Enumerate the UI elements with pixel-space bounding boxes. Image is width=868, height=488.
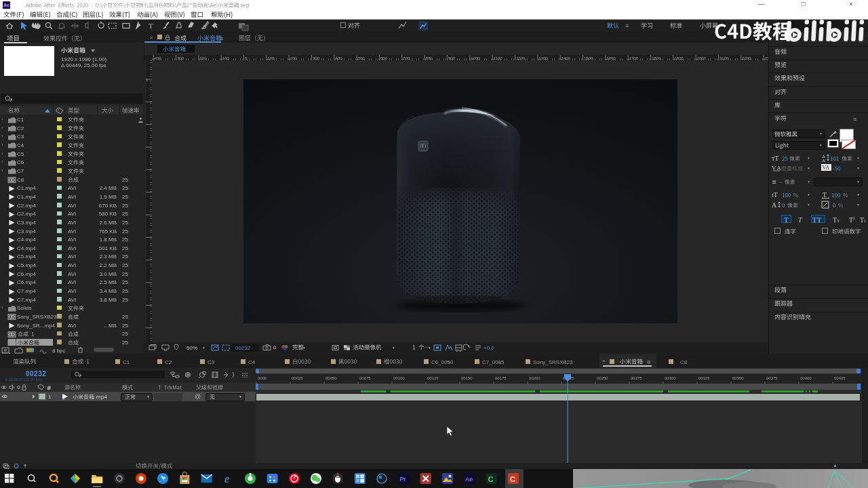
- svg-text:1300: 1300: [538, 56, 548, 60]
- svg-text:200: 200: [199, 56, 207, 60]
- svg-text:2100: 2100: [719, 56, 729, 60]
- svg-text:300: 300: [177, 56, 184, 60]
- svg-text:00250: 00250: [597, 376, 608, 380]
- svg-text:00325: 00325: [698, 376, 710, 380]
- svg-text:00025: 00025: [292, 376, 303, 380]
- svg-text:900: 900: [448, 56, 456, 60]
- svg-text:00350: 00350: [732, 376, 744, 380]
- svg-text:100: 100: [222, 56, 230, 60]
- svg-text:1700: 1700: [629, 56, 639, 60]
- svg-text:1600: 1600: [606, 56, 616, 60]
- svg-text:1000: 1000: [471, 56, 480, 60]
- svg-text:тT: тT: [772, 155, 778, 162]
- svg-text:A: A: [772, 201, 777, 209]
- svg-text:0000: 0000: [258, 376, 267, 380]
- svg-text:100: 100: [267, 56, 275, 60]
- svg-text:VA: VA: [823, 165, 830, 171]
- svg-text:0: 0: [245, 56, 248, 60]
- svg-text:T: T: [149, 22, 153, 30]
- svg-text:2000: 2000: [697, 56, 707, 60]
- svg-text:1400: 1400: [561, 56, 571, 60]
- svg-text:00425: 00425: [834, 376, 846, 380]
- svg-text:Ae: Ae: [465, 476, 473, 483]
- svg-text:00375: 00375: [766, 376, 778, 380]
- svg-text:400: 400: [155, 56, 162, 60]
- svg-text:00150: 00150: [461, 376, 473, 380]
- svg-text:T: T: [823, 191, 827, 199]
- svg-text:00125: 00125: [427, 376, 439, 380]
- svg-text:600: 600: [380, 56, 388, 60]
- svg-text:V A: V A: [772, 165, 781, 171]
- svg-text:1100: 1100: [494, 56, 503, 60]
- svg-text:1200: 1200: [516, 56, 526, 60]
- svg-text:00300: 00300: [665, 376, 676, 380]
- svg-text:800: 800: [426, 56, 433, 60]
- svg-text:400: 400: [335, 56, 342, 60]
- svg-text:00400: 00400: [800, 376, 812, 380]
- svg-text:Pr: Pr: [399, 476, 406, 483]
- svg-text:300: 300: [313, 56, 320, 60]
- svg-text:00200: 00200: [529, 376, 540, 380]
- svg-text:1800: 1800: [652, 56, 661, 60]
- svg-text:00175: 00175: [495, 376, 507, 380]
- svg-text:00050: 00050: [326, 376, 337, 380]
- svg-text:8 bpc: 8 bpc: [52, 348, 66, 354]
- svg-text:1500: 1500: [584, 56, 593, 60]
- svg-text:200: 200: [290, 56, 298, 60]
- svg-text:00100: 00100: [393, 376, 405, 380]
- svg-text:500: 500: [358, 56, 366, 60]
- svg-text:#: #: [47, 385, 51, 391]
- svg-text:00075: 00075: [359, 376, 371, 380]
- svg-text:e: e: [224, 472, 230, 485]
- svg-text:A: A: [822, 158, 825, 162]
- svg-text:ɪT: ɪT: [772, 191, 778, 199]
- svg-text:C: C: [510, 475, 515, 483]
- svg-text:C: C: [488, 475, 494, 483]
- svg-text:1900: 1900: [674, 56, 684, 60]
- svg-text:700: 700: [403, 56, 410, 60]
- svg-text:2200: 2200: [742, 56, 751, 60]
- svg-text:00275: 00275: [631, 376, 642, 380]
